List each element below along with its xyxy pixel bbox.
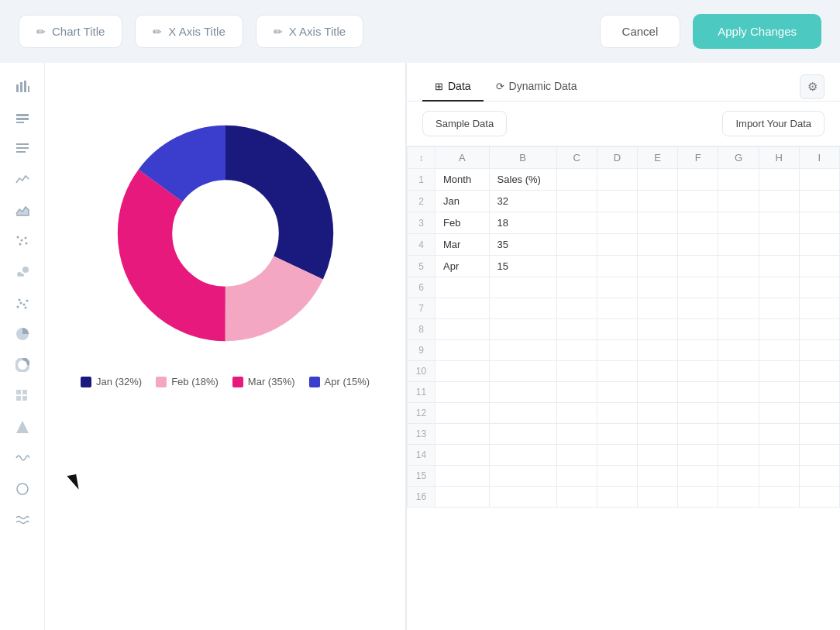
cell-empty[interactable] <box>718 319 759 340</box>
cell-a[interactable] <box>435 487 490 508</box>
cell-empty[interactable] <box>597 382 637 403</box>
bar-chart-icon[interactable] <box>7 72 38 100</box>
cell-a[interactable] <box>435 361 490 382</box>
cell-empty[interactable] <box>637 403 677 424</box>
cell-empty[interactable] <box>759 319 799 340</box>
cell-empty[interactable] <box>637 361 677 382</box>
cell-empty[interactable] <box>718 277 759 298</box>
cell-empty[interactable] <box>799 277 839 298</box>
cell-empty[interactable] <box>678 277 718 298</box>
cell-a[interactable] <box>435 466 490 487</box>
cell-empty[interactable] <box>597 234 637 256</box>
cell-a[interactable] <box>435 382 490 403</box>
cell-a[interactable]: Month <box>435 169 490 191</box>
cell-empty[interactable] <box>799 298 839 319</box>
sample-data-button[interactable]: Sample Data <box>422 111 507 136</box>
cell-empty[interactable] <box>799 382 839 403</box>
cell-empty[interactable] <box>637 340 677 361</box>
cell-empty[interactable] <box>759 234 799 256</box>
cell-empty[interactable] <box>597 191 637 212</box>
cell-a[interactable] <box>435 298 490 319</box>
cell-empty[interactable] <box>597 445 637 466</box>
wave2-icon[interactable] <box>7 506 38 534</box>
scatter2-icon[interactable] <box>7 289 38 317</box>
cell-empty[interactable] <box>556 191 597 212</box>
cell-empty[interactable] <box>637 487 677 508</box>
cell-empty[interactable] <box>799 191 839 212</box>
cell-a[interactable]: Feb <box>435 212 490 234</box>
cell-empty[interactable] <box>637 382 677 403</box>
cell-empty[interactable] <box>678 298 718 319</box>
cell-b[interactable] <box>489 319 556 340</box>
cell-empty[interactable] <box>718 212 759 234</box>
cell-empty[interactable] <box>597 487 637 508</box>
cell-b[interactable] <box>489 487 556 508</box>
cell-empty[interactable] <box>799 424 839 445</box>
cell-a[interactable] <box>435 340 490 361</box>
cell-empty[interactable] <box>718 424 759 445</box>
cell-empty[interactable] <box>718 169 759 191</box>
cell-empty[interactable] <box>759 169 799 191</box>
cell-empty[interactable] <box>597 319 637 340</box>
cell-empty[interactable] <box>759 424 799 445</box>
circle-icon[interactable] <box>7 475 38 503</box>
cell-b[interactable] <box>489 340 556 361</box>
cell-empty[interactable] <box>678 445 718 466</box>
cell-empty[interactable] <box>597 466 637 487</box>
cell-empty[interactable] <box>799 169 839 191</box>
apply-changes-button[interactable]: Apply Changes <box>693 14 821 49</box>
cell-empty[interactable] <box>556 487 597 508</box>
cell-empty[interactable] <box>678 234 718 256</box>
settings-button[interactable]: ⚙ <box>800 74 825 99</box>
cell-empty[interactable] <box>799 256 839 277</box>
cell-empty[interactable] <box>556 382 597 403</box>
cell-empty[interactable] <box>556 212 597 234</box>
grid-icon[interactable] <box>7 382 38 410</box>
cell-empty[interactable] <box>759 361 799 382</box>
cell-empty[interactable] <box>556 466 597 487</box>
cell-empty[interactable] <box>759 340 799 361</box>
cell-b[interactable] <box>489 361 556 382</box>
cell-empty[interactable] <box>678 466 718 487</box>
cell-empty[interactable] <box>759 487 799 508</box>
cell-empty[interactable] <box>799 234 839 256</box>
cell-b[interactable] <box>489 298 556 319</box>
cell-b[interactable] <box>489 382 556 403</box>
scatter-icon[interactable] <box>7 227 38 255</box>
cell-empty[interactable] <box>678 340 718 361</box>
cell-empty[interactable] <box>678 212 718 234</box>
cell-empty[interactable] <box>556 298 597 319</box>
cell-empty[interactable] <box>556 424 597 445</box>
cell-empty[interactable] <box>718 234 759 256</box>
cell-a[interactable]: Apr <box>435 256 490 277</box>
wave-icon[interactable] <box>7 444 38 472</box>
cell-empty[interactable] <box>597 169 637 191</box>
cell-b[interactable] <box>489 445 556 466</box>
list-icon[interactable] <box>7 134 38 162</box>
cell-empty[interactable] <box>718 487 759 508</box>
cell-empty[interactable] <box>678 319 718 340</box>
triangle-icon[interactable] <box>7 413 38 441</box>
cell-empty[interactable] <box>718 403 759 424</box>
cell-empty[interactable] <box>759 256 799 277</box>
cell-empty[interactable] <box>678 361 718 382</box>
cell-b[interactable] <box>489 277 556 298</box>
cell-empty[interactable] <box>718 466 759 487</box>
tab-data[interactable]: ⊞ Data <box>422 72 484 102</box>
cell-empty[interactable] <box>637 466 677 487</box>
cell-empty[interactable] <box>597 256 637 277</box>
cell-b[interactable]: Sales (%) <box>489 169 556 191</box>
cell-empty[interactable] <box>718 340 759 361</box>
cell-empty[interactable] <box>597 298 637 319</box>
cell-empty[interactable] <box>718 191 759 212</box>
cell-empty[interactable] <box>637 445 677 466</box>
cell-empty[interactable] <box>556 445 597 466</box>
spreadsheet[interactable]: ↕ A B C D E F G H I 1MonthSales (%)2Jan3… <box>407 146 840 630</box>
cell-empty[interactable] <box>759 403 799 424</box>
area-chart-icon[interactable] <box>7 196 38 224</box>
cell-empty[interactable] <box>799 487 839 508</box>
cell-empty[interactable] <box>678 382 718 403</box>
cell-b[interactable]: 18 <box>489 212 556 234</box>
cell-empty[interactable] <box>637 169 677 191</box>
cell-empty[interactable] <box>678 191 718 212</box>
